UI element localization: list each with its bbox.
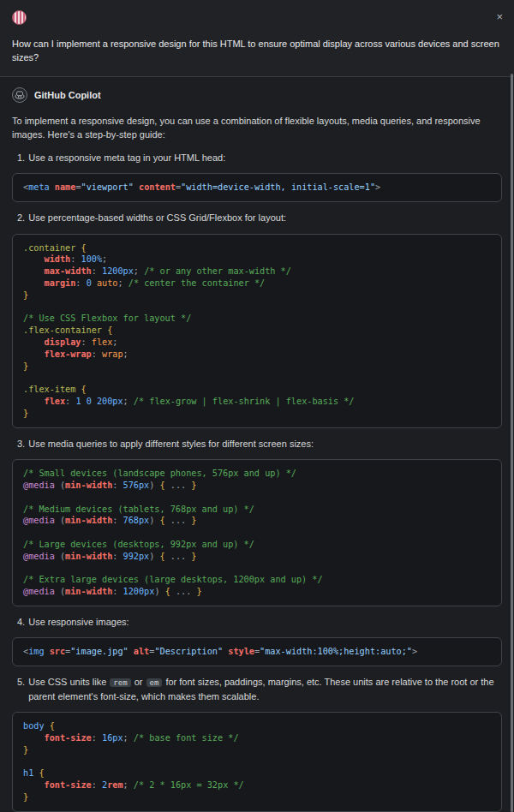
code-block: .container { width: 100%; max-width: 120…: [12, 234, 502, 428]
step-text: Use responsive images:: [28, 615, 502, 630]
user-question-section: × How can I implement a responsive desig…: [0, 0, 514, 77]
scrollbar-thumb[interactable]: [511, 74, 513, 812]
code-block: <meta name="viewport" content="width=dev…: [12, 173, 502, 202]
copilot-chat-panel: × How can I implement a responsive desig…: [0, 0, 514, 812]
step-number: 2.: [17, 211, 25, 225]
step-number: 1.: [17, 151, 25, 165]
step-number: 3.: [17, 437, 25, 451]
inline-code: rem: [110, 678, 130, 687]
user-avatar: [12, 10, 27, 25]
step-text: Use CSS units like rem or em for font si…: [28, 675, 502, 703]
user-question: How can I implement a responsive design …: [12, 38, 502, 65]
step-item: 4.Use responsive images:: [17, 615, 502, 630]
step-text: Use percentage-based widths or CSS Grid/…: [28, 211, 502, 225]
assistant-name: GitHub Copilot: [34, 90, 101, 100]
step-number: 5.: [17, 675, 25, 703]
step-item: 3.Use media queries to apply different s…: [17, 437, 502, 451]
step-number: 4.: [17, 615, 25, 630]
code-block: body { font-size: 16px; /* base font siz…: [12, 712, 502, 812]
copilot-icon: [12, 87, 27, 103]
step-item: 2.Use percentage-based widths or CSS Gri…: [17, 211, 502, 225]
step-item: 5.Use CSS units like rem or em for font …: [17, 675, 502, 703]
assistant-header: GitHub Copilot: [12, 87, 502, 103]
step-text: Use media queries to apply different sty…: [28, 437, 502, 451]
assistant-intro: To implement a responsive design, you ca…: [12, 114, 502, 142]
code-block: /* Small devices (landscape phones, 576p…: [12, 459, 502, 606]
close-icon[interactable]: ×: [496, 11, 503, 22]
step-text: Use a responsive meta tag in your HTML h…: [28, 151, 502, 165]
answer-flow: 1.Use a responsive meta tag in your HTML…: [12, 151, 502, 812]
step-item: 1.Use a responsive meta tag in your HTML…: [17, 151, 502, 165]
code-block: <img src="image.jpg" alt="Description" s…: [12, 637, 502, 666]
assistant-response-section: GitHub Copilot To implement a responsive…: [0, 77, 514, 812]
inline-code: em: [146, 678, 163, 687]
